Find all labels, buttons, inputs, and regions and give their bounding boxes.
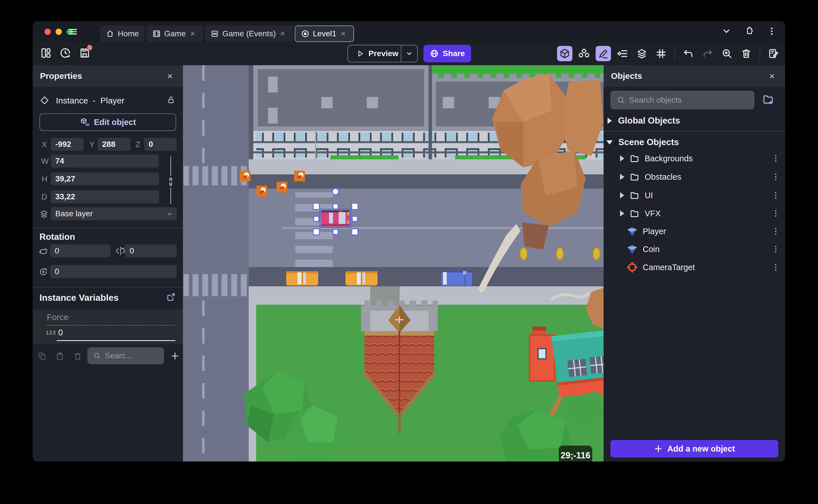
y-input[interactable] — [98, 138, 130, 151]
scene-icon — [301, 29, 309, 38]
x-input[interactable] — [51, 138, 83, 151]
undo-button[interactable] — [681, 46, 696, 61]
car-yellow-1[interactable] — [286, 271, 318, 286]
minimize-window-button[interactable] — [56, 29, 62, 35]
car-yellow-2[interactable] — [345, 271, 377, 286]
history-icon[interactable] — [59, 47, 71, 59]
d-label: D — [41, 192, 47, 202]
preview-dropdown-button[interactable] — [401, 50, 417, 57]
height-row: H — [33, 172, 183, 185]
scene-properties-button[interactable] — [766, 46, 781, 61]
objects-panel-header: Objects × — [604, 65, 785, 87]
scene-editor-canvas[interactable] — [183, 65, 604, 461]
objects-search-box[interactable] — [610, 91, 754, 109]
tab-label: Home — [118, 29, 139, 38]
objects-mode-button[interactable] — [576, 46, 592, 61]
kebab-menu-icon[interactable] — [773, 227, 779, 236]
zoom-in-icon — [721, 48, 733, 59]
rotation-z-input[interactable] — [50, 265, 177, 278]
3d-model-object-icon — [626, 243, 638, 255]
toggle-3d-view-button[interactable] — [557, 46, 572, 61]
zoom-button[interactable] — [719, 46, 735, 61]
dimensions-link-line — [170, 188, 171, 204]
edit-object-button[interactable]: 3D Edit object — [39, 113, 176, 131]
open-in-editor-icon[interactable] — [166, 293, 175, 302]
tab-close-icon[interactable]: × — [280, 30, 287, 37]
redo-button[interactable] — [700, 46, 715, 61]
variables-search-box[interactable] — [87, 347, 164, 364]
tab-close-icon[interactable]: × — [341, 30, 348, 37]
kebab-menu-icon[interactable] — [773, 245, 779, 253]
z-input[interactable] — [144, 138, 177, 151]
w-label: W — [41, 157, 48, 166]
folder-row-backgrounds[interactable]: Backgrounds — [604, 151, 785, 166]
notebook-edit-icon — [768, 48, 779, 59]
cube-3d-icon — [559, 48, 570, 59]
tab-close-icon[interactable]: × — [190, 30, 197, 37]
tab-game[interactable]: Game × — [147, 26, 203, 42]
width-input[interactable] — [51, 154, 159, 168]
variable-value[interactable]: 0 — [58, 328, 63, 337]
preview-button-main[interactable]: Preview — [348, 49, 401, 58]
object-row-player[interactable]: Player — [604, 224, 785, 239]
kebab-menu-icon[interactable] — [773, 154, 779, 163]
depth-input[interactable] — [51, 190, 159, 203]
delete-button[interactable] — [739, 46, 754, 61]
rotation-title: Rotation — [39, 232, 75, 242]
kebab-menu-icon[interactable] — [773, 209, 779, 218]
edit-mode-button[interactable] — [596, 46, 611, 61]
panels-layout-icon[interactable] — [40, 47, 52, 59]
car-blue[interactable] — [441, 270, 472, 286]
variables-search-input[interactable] — [105, 351, 158, 360]
preview-button[interactable]: Preview — [347, 45, 418, 62]
main-menu-icon[interactable] — [68, 27, 78, 37]
tab-game-events[interactable]: Game (Events) × — [205, 26, 293, 42]
kebab-menu-icon[interactable] — [773, 263, 779, 272]
add-folder-icon[interactable] — [762, 93, 774, 105]
instances-list-button[interactable] — [615, 46, 630, 61]
close-icon[interactable]: × — [769, 72, 778, 80]
rotation-y-input[interactable] — [125, 244, 177, 257]
folder-row-obstacles[interactable]: Obstacles — [604, 170, 785, 184]
variable-row-force[interactable]: Force 123 0 — [33, 309, 183, 344]
add-variable-icon[interactable] — [170, 351, 180, 361]
lock-open-icon[interactable] — [166, 95, 175, 104]
share-button[interactable]: Share — [424, 45, 471, 62]
chevron-down-icon — [405, 50, 413, 57]
add-new-object-button[interactable]: Add a new object — [610, 440, 778, 458]
rotate-x-icon — [38, 246, 48, 256]
height-input[interactable] — [51, 172, 159, 185]
copy-icon[interactable] — [38, 352, 47, 361]
rotation-x-input[interactable] — [50, 244, 111, 257]
link-proportions-icon[interactable] — [166, 176, 175, 187]
tab-level1[interactable]: Level1 × — [295, 26, 354, 42]
preview-label: Preview — [368, 49, 398, 58]
kebab-menu-icon[interactable] — [773, 191, 779, 200]
kebab-menu-icon[interactable] — [773, 173, 779, 181]
object-row-cameratarget[interactable]: CameraTarget — [604, 260, 785, 275]
grid-button[interactable] — [654, 46, 669, 61]
search-icon — [617, 96, 625, 104]
trash-icon[interactable] — [73, 352, 82, 361]
paste-icon[interactable] — [55, 352, 64, 361]
close-window-button[interactable] — [45, 29, 51, 35]
instance-diamond-icon — [40, 96, 49, 105]
rotate-y-icon — [115, 245, 126, 256]
close-icon[interactable]: × — [167, 72, 175, 80]
rotate-handle — [332, 189, 339, 195]
more-menu-icon[interactable] — [767, 26, 777, 36]
layer-select[interactable]: Base layer — [51, 207, 177, 220]
folder-row-ui[interactable]: UI — [604, 188, 785, 203]
selected-player-instance[interactable] — [320, 209, 350, 227]
tab-home[interactable]: Home — [100, 26, 145, 42]
extensions-puzzle-icon[interactable] — [744, 26, 754, 36]
scene-objects-group[interactable]: Scene Objects — [604, 135, 785, 150]
chevron-down-icon[interactable] — [722, 26, 731, 36]
objects-search-input[interactable] — [629, 96, 748, 105]
object-row-coin[interactable]: Coin — [604, 242, 785, 257]
global-objects-group[interactable]: Global Objects — [604, 113, 785, 128]
properties-title: Properties — [40, 71, 82, 81]
edit-object-label: Edit object — [94, 118, 136, 127]
folder-row-vfx[interactable]: VFX — [604, 206, 785, 221]
layers-button[interactable] — [634, 46, 650, 61]
